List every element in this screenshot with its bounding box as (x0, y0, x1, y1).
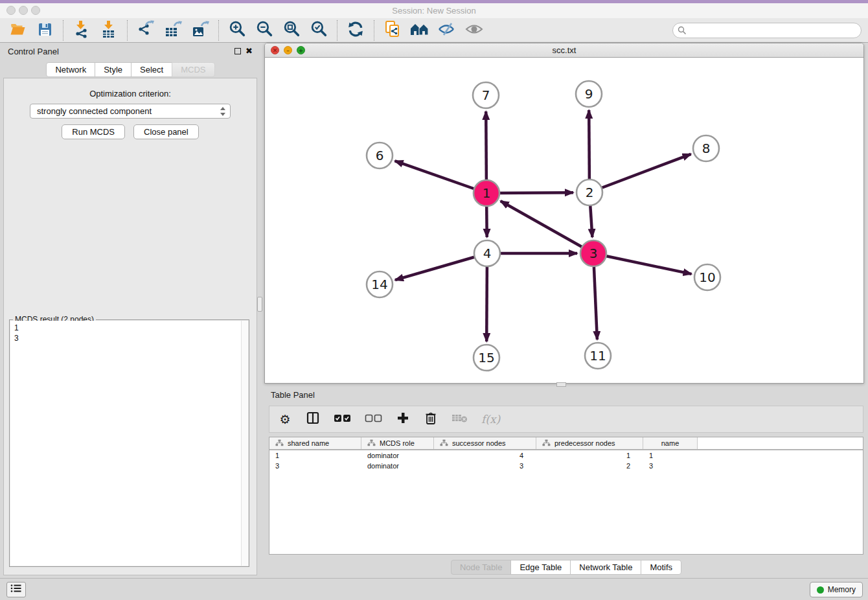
control-panel-header: Control Panel ✖ (0, 43, 261, 61)
tab-network[interactable]: Network (46, 62, 95, 77)
graph-node-1[interactable]: 1 (474, 180, 499, 206)
table-tab-network-table[interactable]: Network Table (570, 560, 641, 575)
tab-style[interactable]: Style (95, 62, 131, 77)
save-session-button[interactable] (31, 19, 58, 41)
open-session-button[interactable] (4, 19, 31, 41)
export-table-button[interactable] (159, 19, 187, 41)
open-folder-icon (9, 21, 26, 40)
column-header-shared-name[interactable]: shared name (269, 437, 361, 449)
delete-table-button[interactable] (451, 410, 468, 429)
memory-button[interactable]: Memory (810, 582, 863, 597)
sort-hierarchy-icon (440, 439, 448, 448)
column-header-label: name (661, 439, 680, 447)
column-header-successor-nodes[interactable]: successor nodes (434, 437, 536, 449)
table-cell: 1 (643, 450, 698, 461)
mcds-result-text[interactable]: 13 (10, 321, 248, 566)
export-image-button[interactable] (187, 19, 214, 41)
table-settings-button[interactable]: ⚙ (278, 410, 292, 429)
run-mcds-button[interactable]: Run MCDS (62, 124, 125, 139)
network-window-titlebar[interactable]: ✕ – + scc.txt (265, 43, 863, 58)
function-builder-button[interactable]: f(x) (481, 410, 500, 429)
column-header-name[interactable]: name (643, 437, 698, 449)
clone-network-button[interactable] (379, 19, 406, 41)
graph-node-label: 15 (478, 350, 494, 365)
graph-edge-4-14[interactable] (395, 253, 487, 280)
column-header-label: shared name (288, 439, 329, 447)
first-neighbors-button[interactable] (406, 19, 433, 41)
search-input[interactable] (672, 23, 862, 38)
vertical-splitter-grip[interactable] (257, 297, 262, 312)
graph-node-7[interactable]: 7 (473, 82, 499, 108)
graph-node-11[interactable]: 11 (585, 343, 611, 369)
graph-edge-3-10[interactable] (593, 253, 692, 274)
graph-node-label: 1 (483, 185, 491, 201)
table-tab-motifs[interactable]: Motifs (641, 560, 681, 575)
graph-edge-2-8[interactable] (589, 154, 691, 192)
houses-icon (410, 22, 429, 39)
show-panels-button[interactable] (6, 582, 26, 597)
graph-node-9[interactable]: 9 (576, 81, 602, 107)
network-canvas[interactable]: 7968124314101511 (265, 58, 863, 383)
graph-edge-3-1[interactable] (501, 201, 593, 253)
import-network-button[interactable] (68, 19, 95, 41)
graph-node-6[interactable]: 6 (367, 143, 393, 168)
deselect-all-columns-button[interactable] (365, 410, 382, 429)
delete-column-button[interactable] (424, 410, 438, 429)
import-table-button[interactable] (95, 19, 122, 41)
sort-hierarchy-icon (275, 439, 284, 448)
zoom-out-button[interactable] (251, 19, 278, 41)
column-header-predecessor-nodes[interactable]: predecessor nodes (536, 437, 643, 449)
graph-edge-1-6[interactable] (395, 161, 486, 193)
graph-node-8[interactable]: 8 (693, 135, 719, 161)
table-row[interactable]: 3dominator323 (269, 461, 863, 471)
mcds-result-line: 1 (14, 323, 248, 333)
graph-node-label: 11 (589, 348, 606, 363)
gear-icon: ⚙ (279, 413, 290, 426)
table-row[interactable]: 1dominator411 (269, 450, 863, 461)
hide-selected-button[interactable] (433, 19, 461, 41)
graph-node-2[interactable]: 2 (577, 179, 602, 205)
export-network-button[interactable] (132, 19, 159, 41)
table-header-row: shared nameMCDS rolesuccessor nodesprede… (269, 437, 863, 450)
graph-node-15[interactable]: 15 (474, 345, 499, 371)
graph-node-14[interactable]: 14 (367, 271, 393, 297)
zoom-in-icon (229, 20, 246, 40)
zoom-fit-button[interactable] (278, 19, 305, 41)
tab-mcds[interactable]: MCDS (172, 62, 214, 77)
create-column-button[interactable] (396, 410, 410, 429)
graph-node-label: 6 (376, 148, 384, 163)
close-panel-icon[interactable]: ✖ (246, 46, 253, 56)
zoom-fit-icon (283, 20, 301, 40)
show-columns-button[interactable] (306, 410, 320, 429)
graph-node-3[interactable]: 3 (580, 240, 606, 266)
table-panel-title: Table Panel (271, 390, 315, 400)
table-tab-node-table[interactable]: Node Table (451, 560, 512, 575)
control-panel-title: Control Panel (8, 47, 59, 56)
tab-select[interactable]: Select (131, 62, 172, 77)
graph-node-label: 3 (589, 246, 598, 261)
delete-table-icon (451, 413, 468, 426)
toolbar-separator (374, 20, 374, 41)
eye-slash-icon (437, 23, 457, 38)
graph-node-label: 7 (482, 87, 490, 103)
export-table-icon (164, 20, 182, 41)
show-all-button[interactable] (461, 19, 488, 41)
float-panel-icon[interactable] (234, 48, 241, 54)
graph-node-label: 2 (586, 185, 594, 200)
zoom-selected-icon (310, 20, 328, 40)
graph-node-label: 8 (702, 141, 711, 156)
graph-node-4[interactable]: 4 (474, 240, 500, 266)
mcds-panel: Optimization criterion: strongly connect… (3, 78, 257, 575)
apply-layout-button[interactable] (342, 19, 369, 41)
graph-node-10[interactable]: 10 (694, 264, 720, 290)
select-all-columns-button[interactable] (334, 410, 351, 429)
trash-icon (425, 411, 437, 427)
criterion-dropdown[interactable]: strongly connected component (30, 104, 231, 119)
column-header-MCDS-role[interactable]: MCDS role (361, 437, 434, 449)
import-network-icon (73, 20, 91, 41)
close-panel-button[interactable]: Close panel (133, 124, 199, 139)
zoom-in-button[interactable] (223, 19, 251, 41)
result-scrollbar[interactable] (241, 321, 248, 566)
table-tab-edge-table[interactable]: Edge Table (510, 560, 571, 575)
zoom-selected-button[interactable] (305, 19, 332, 41)
